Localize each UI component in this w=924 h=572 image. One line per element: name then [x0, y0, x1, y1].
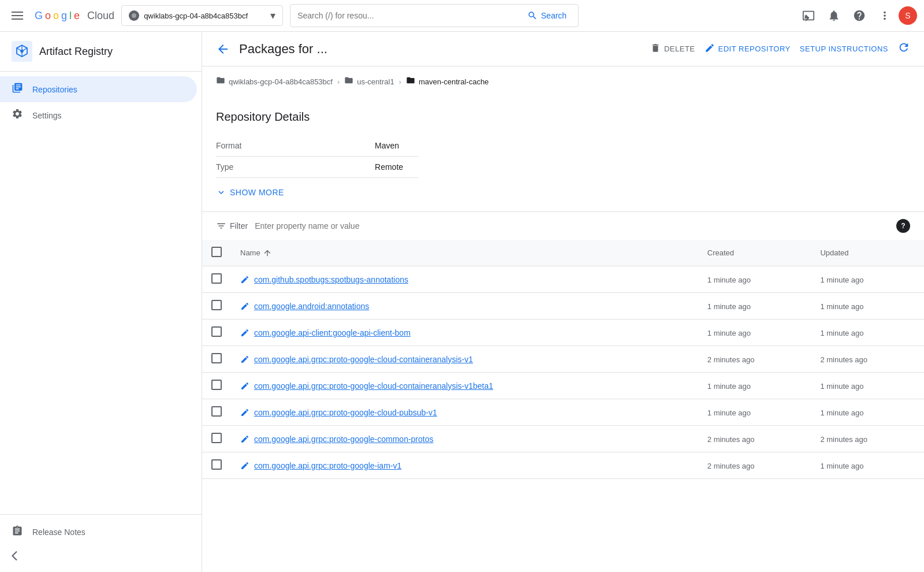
notifications-button[interactable]: [822, 4, 845, 27]
row-checkbox-0[interactable]: [211, 273, 222, 284]
updated-time: 1 minute ago: [820, 462, 863, 470]
package-link-5[interactable]: com.google.api.grpc:proto-google-cloud-p…: [240, 408, 689, 417]
package-icon: [240, 381, 249, 391]
main-layout: Artifact Registry Repositories Settings: [0, 32, 924, 572]
breadcrumb-region[interactable]: us-central1: [344, 76, 394, 87]
updated-time: 1 minute ago: [820, 382, 863, 391]
show-more-button[interactable]: SHOW MORE: [216, 187, 284, 198]
sidebar-collapse-button[interactable]: [0, 544, 202, 567]
row-updated-cell: 2 minutes ago: [811, 346, 924, 373]
table-row: com.google.api.grpc:proto-google-iam-v1 …: [202, 452, 924, 479]
more-options-button[interactable]: [873, 4, 896, 27]
select-all-header: [202, 240, 231, 266]
row-checkbox-2[interactable]: [211, 326, 222, 337]
row-checkbox-7[interactable]: [211, 459, 222, 470]
created-time: 1 minute ago: [707, 302, 751, 311]
package-link-6[interactable]: com.google.api.grpc:proto-google-common-…: [240, 434, 689, 444]
row-checkbox-cell: [202, 293, 231, 320]
back-button[interactable]: [216, 42, 230, 56]
package-name: com.google.api.grpc:proto-google-iam-v1: [254, 461, 401, 470]
details-table: Format Maven Type Remote: [216, 135, 418, 178]
sidebar-item-repositories[interactable]: Repositories: [0, 76, 197, 102]
package-icon: [240, 408, 249, 417]
filter-input[interactable]: [255, 221, 889, 231]
package-icon: [240, 328, 249, 337]
row-name-cell: com.github.spotbugs:spotbugs-annotations: [231, 266, 698, 293]
sidebar-item-settings[interactable]: Settings: [0, 102, 197, 128]
updated-time: 1 minute ago: [820, 302, 863, 311]
breadcrumb-region-label: us-central1: [357, 77, 394, 86]
search-button[interactable]: Search: [523, 8, 571, 23]
row-updated-cell: 2 minutes ago: [811, 426, 924, 452]
user-avatar[interactable]: S: [899, 6, 917, 25]
delete-icon: [650, 43, 661, 55]
row-checkbox-4[interactable]: [211, 380, 222, 390]
folder-icon-repo: [406, 76, 415, 87]
delete-button[interactable]: DELETE: [650, 43, 695, 55]
sidebar-navigation: Repositories Settings: [0, 72, 202, 514]
page-title: Packages for ...: [239, 42, 641, 57]
row-created-cell: 1 minute ago: [698, 399, 811, 426]
package-link-3[interactable]: com.google.api.grpc:proto-google-cloud-c…: [240, 355, 689, 364]
breadcrumb-repo[interactable]: maven-central-cache: [406, 76, 489, 87]
breadcrumb-project-label: qwiklabs-gcp-04-a8b4ca853bcf: [229, 77, 333, 86]
format-value: Maven: [375, 135, 418, 157]
filter-icon-wrap: Filter: [216, 221, 248, 231]
table-row: com.github.spotbugs:spotbugs-annotations…: [202, 266, 924, 293]
breadcrumb-arrow-1: ›: [337, 77, 340, 86]
hamburger-menu[interactable]: [7, 7, 28, 24]
breadcrumb-project[interactable]: qwiklabs-gcp-04-a8b4ca853bcf: [216, 76, 333, 87]
row-created-cell: 1 minute ago: [698, 266, 811, 293]
row-checkbox-cell: [202, 399, 231, 426]
row-checkbox-cell: [202, 426, 231, 452]
setup-instructions-button[interactable]: SETUP INSTRUCTIONS: [800, 44, 888, 53]
google-cloud-logo: Google Cloud: [35, 10, 114, 22]
updated-column-header: Updated: [811, 240, 924, 266]
package-name: com.google.api-client:google-api-client-…: [254, 328, 411, 337]
row-checkbox-5[interactable]: [211, 406, 222, 417]
project-selector[interactable]: qwiklabs-gcp-04-a8b4ca853bcf ▾: [121, 5, 283, 26]
search-input[interactable]: [297, 11, 518, 20]
format-label: Format: [216, 135, 375, 157]
table-row: com.google.api.grpc:proto-google-cloud-p…: [202, 399, 924, 426]
terminal-button[interactable]: [797, 4, 820, 27]
row-name-cell: com.google.api.grpc:proto-google-cloud-p…: [231, 399, 698, 426]
created-time: 1 minute ago: [707, 382, 751, 391]
content-area: Packages for ... DELETE EDIT REPOSITORY …: [202, 32, 924, 572]
row-checkbox-1[interactable]: [211, 300, 222, 310]
package-link-7[interactable]: com.google.api.grpc:proto-google-iam-v1: [240, 461, 689, 470]
search-button-label: Search: [541, 11, 567, 20]
select-all-checkbox[interactable]: [211, 247, 222, 257]
edit-repository-label: EDIT REPOSITORY: [718, 44, 791, 53]
help-button[interactable]: [848, 4, 871, 27]
row-checkbox-6[interactable]: [211, 433, 222, 443]
row-created-cell: 2 minutes ago: [698, 426, 811, 452]
row-created-cell: 1 minute ago: [698, 293, 811, 320]
row-updated-cell: 1 minute ago: [811, 452, 924, 479]
refresh-button[interactable]: [897, 41, 910, 57]
row-name-cell: com.google.api-client:google-api-client-…: [231, 320, 698, 346]
package-link-1[interactable]: com.google.android:annotations: [240, 302, 689, 311]
package-name: com.google.android:annotations: [254, 302, 369, 311]
package-link-4[interactable]: com.google.api.grpc:proto-google-cloud-c…: [240, 381, 689, 391]
row-checkbox-3[interactable]: [211, 353, 222, 363]
filter-help-button[interactable]: ?: [896, 219, 910, 233]
project-dropdown-arrow: ▾: [270, 9, 275, 22]
sidebar-item-release-notes[interactable]: Release Notes: [0, 519, 202, 544]
type-label: Type: [216, 157, 375, 178]
table-row: com.google.api.grpc:proto-google-cloud-c…: [202, 346, 924, 373]
updated-time: 1 minute ago: [820, 276, 863, 284]
edit-repository-button[interactable]: EDIT REPOSITORY: [705, 43, 791, 55]
sidebar: Artifact Registry Repositories Settings: [0, 32, 202, 572]
sidebar-header: Artifact Registry: [0, 32, 202, 72]
updated-time: 1 minute ago: [820, 329, 863, 337]
updated-time: 1 minute ago: [820, 408, 863, 417]
row-checkbox-cell: [202, 452, 231, 479]
name-column-header[interactable]: Name: [231, 240, 698, 266]
package-link-2[interactable]: com.google.api-client:google-api-client-…: [240, 328, 689, 337]
package-link-0[interactable]: com.github.spotbugs:spotbugs-annotations: [240, 275, 689, 284]
row-checkbox-cell: [202, 266, 231, 293]
table-row: com.google.api.grpc:proto-google-cloud-c…: [202, 373, 924, 399]
breadcrumb: qwiklabs-gcp-04-a8b4ca853bcf › us-centra…: [202, 66, 924, 96]
repo-details-title: Repository Details: [216, 110, 910, 124]
